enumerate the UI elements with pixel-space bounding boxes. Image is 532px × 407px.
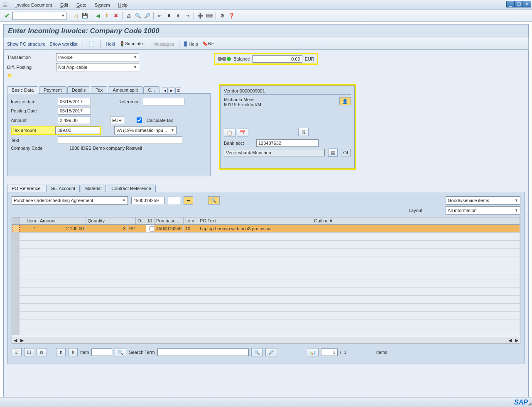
restore-button[interactable]: ❐ — [515, 1, 523, 7]
menu-help[interactable]: Help — [114, 2, 132, 8]
tax-amount-input[interactable]: 399.00 — [55, 127, 100, 134]
oi-button[interactable]: OI — [341, 149, 351, 156]
resize-handle-icon[interactable]: ◢ — [528, 401, 531, 406]
menu-system[interactable]: System — [91, 2, 114, 8]
sort-desc-icon[interactable]: ⬇ — [68, 348, 78, 356]
col-amount[interactable]: Amount — [38, 217, 86, 224]
deselect-all-icon[interactable]: ☐ — [24, 348, 34, 356]
table-row[interactable]: 1 2,100.00 3 PC 4500019259 10 Laptop Len… — [12, 225, 520, 233]
menu-edit[interactable]: Edit — [56, 2, 72, 8]
search-icon[interactable]: 🔍 — [115, 348, 126, 356]
layout-dropdown[interactable]: All information▼ — [446, 206, 520, 214]
po-reference-type-dropdown[interactable]: Purchase Order/Scheduling Agreement▼ — [12, 196, 128, 205]
tax-code-dropdown[interactable]: VA (19% domestic inpu...▼ — [114, 126, 177, 134]
horizontal-scrollbar[interactable]: ◀▶ ◀▶ — [12, 337, 520, 344]
col-check[interactable]: ☑ — [146, 217, 154, 224]
find-icon-2[interactable]: 🔍 — [251, 348, 263, 356]
reference-input[interactable] — [143, 98, 184, 105]
create-session-icon[interactable]: ➕ — [196, 12, 204, 19]
tab-more[interactable]: C... — [143, 86, 159, 93]
last-page-icon[interactable]: ⇥ — [184, 12, 191, 19]
nf-button[interactable]: 🔖NF — [202, 41, 214, 46]
bank-grid-icon[interactable]: ▦ — [328, 149, 338, 157]
tab-po-reference[interactable]: PO Reference — [7, 185, 45, 192]
tab-gl-account[interactable]: G/L Account — [46, 185, 80, 192]
col-po-item[interactable]: Item — [184, 217, 198, 224]
col-item[interactable]: Item — [20, 217, 38, 224]
text-input[interactable] — [58, 136, 182, 144]
app-menu-icon[interactable]: ☰ — [2, 2, 8, 8]
tab-prev-icon[interactable]: ◀ — [162, 88, 168, 93]
cancel-icon[interactable]: ✖ — [112, 12, 120, 19]
help-icon[interactable]: ❓ — [228, 12, 235, 19]
tab-details[interactable]: Details — [67, 86, 91, 93]
currency-input[interactable]: EUR — [110, 117, 124, 124]
vendor-action2-icon[interactable]: 📅 — [237, 129, 248, 137]
col-quantity[interactable]: Quantity — [86, 217, 136, 224]
po-link[interactable]: 4500019259 — [154, 225, 184, 232]
folder-icon[interactable]: 📁 — [7, 73, 13, 78]
hold-link[interactable]: Hold — [106, 41, 115, 46]
row-selector-header[interactable] — [12, 217, 20, 224]
find-next-icon[interactable]: 🔎 — [143, 12, 151, 19]
posting-date-input[interactable]: 06/18/2017 — [58, 107, 91, 115]
next-page-icon[interactable]: ⇟ — [174, 12, 182, 19]
show-worklist-link[interactable]: Show worklist — [49, 41, 77, 46]
other-document-icon[interactable]: 📄 — [88, 40, 96, 48]
po-search-button[interactable]: 🔍 — [208, 196, 220, 205]
prev-page-icon[interactable]: ⇞ — [165, 12, 173, 19]
col-po[interactable]: Purchase ... — [154, 217, 184, 224]
help-button[interactable]: i Help — [184, 41, 198, 46]
item-filter-input[interactable] — [91, 349, 112, 356]
col-po-text[interactable]: PO Text — [198, 217, 312, 224]
diff-posting-dropdown[interactable]: Not Applicable▼ — [56, 63, 139, 71]
goods-filter-dropdown[interactable]: Goods/service items▼ — [446, 196, 520, 205]
amount-input[interactable]: 2,499.00 — [58, 117, 91, 124]
calculate-tax-checkbox[interactable] — [137, 117, 142, 123]
command-field[interactable]: ▾ — [12, 12, 66, 20]
print-icon[interactable]: 🖨 — [125, 12, 132, 19]
menu-invoice-document[interactable]: Invoice Document — [11, 2, 56, 8]
back-icon[interactable]: ◁ — [72, 12, 79, 19]
table-body[interactable]: 1 2,100.00 3 PC 4500019259 10 Laptop Len… — [12, 225, 520, 337]
tab-tax[interactable]: Tax — [91, 86, 107, 93]
positioning-icon[interactable]: 📊 — [307, 348, 319, 356]
select-all-icon[interactable]: ☑ — [12, 348, 22, 356]
vendor-action1-icon[interactable]: 📋 — [224, 129, 235, 137]
tab-list-icon[interactable]: ☰ — [175, 88, 181, 93]
first-page-icon[interactable]: ⇤ — [156, 12, 164, 19]
tab-basic-data[interactable]: Basic Data — [7, 86, 38, 94]
item-checkbox[interactable] — [150, 226, 154, 232]
menu-goto[interactable]: Goto — [72, 2, 91, 8]
transaction-dropdown[interactable]: Invoice▼ — [56, 53, 139, 61]
simulate-button[interactable]: 🚦Simulate — [119, 41, 143, 46]
find-next-icon-2[interactable]: 🔎 — [265, 348, 277, 356]
delete-row-icon[interactable]: 🗑 — [37, 348, 47, 356]
po-go-button[interactable]: ➡ — [184, 196, 193, 205]
sort-asc-icon[interactable]: ⬆ — [56, 348, 66, 356]
tab-next-icon[interactable]: ▶ — [169, 88, 174, 93]
po-item-input[interactable] — [168, 197, 180, 204]
invoice-date-input[interactable]: 06/18/2017 — [58, 98, 91, 105]
tab-amount-split[interactable]: Amount split — [108, 86, 142, 93]
tab-payment[interactable]: Payment — [39, 86, 66, 93]
save-icon[interactable]: 💾 — [81, 12, 88, 19]
close-button[interactable]: ✕ — [523, 1, 531, 7]
shortcut-icon[interactable]: ⌨ — [206, 12, 213, 19]
col-unit[interactable]: O... — [136, 217, 146, 224]
print-vendor-icon[interactable]: 🖨 — [298, 128, 309, 136]
po-number-input[interactable]: 4500019259 — [131, 197, 164, 204]
local-layout-icon[interactable]: ⚙ — [218, 12, 226, 19]
show-po-structure-link[interactable]: Show PO structure — [7, 41, 45, 46]
search-term-input[interactable] — [157, 349, 249, 356]
exit-icon[interactable]: ⬆ — [103, 12, 110, 19]
find-icon[interactable]: 🔍 — [134, 12, 142, 19]
page-current[interactable]: 1 — [321, 349, 338, 356]
vendor-display-button[interactable]: 👤 — [339, 97, 351, 105]
back-button-icon[interactable]: ◀ — [94, 12, 101, 19]
tab-material[interactable]: Material — [81, 185, 106, 192]
tab-contract-ref[interactable]: Contract Reference — [107, 185, 155, 192]
enter-icon[interactable]: ✔ — [3, 12, 11, 19]
col-outline[interactable]: Outline A — [312, 217, 520, 224]
minimize-button[interactable]: _ — [506, 1, 515, 7]
